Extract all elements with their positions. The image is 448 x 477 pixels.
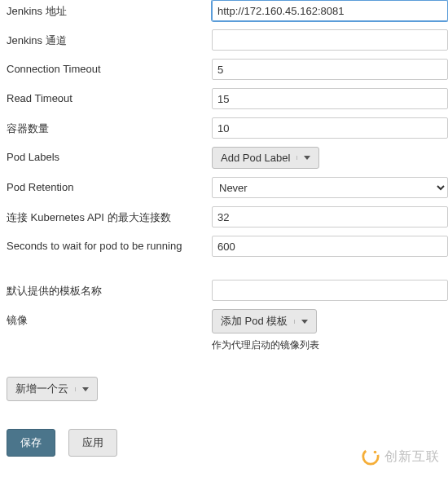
svg-point-1 bbox=[374, 451, 377, 454]
container-cap-input[interactable] bbox=[212, 117, 448, 139]
read-timeout-label: Read Timeout bbox=[0, 88, 212, 104]
watermark-text: 创新互联 bbox=[384, 448, 440, 466]
add-pod-label-button[interactable]: Add Pod Label bbox=[212, 147, 319, 169]
wait-seconds-label: Seconds to wait for pod to be running bbox=[0, 236, 212, 252]
add-pod-template-text: 添加 Pod 模板 bbox=[221, 314, 288, 329]
jenkins-tunnel-label: Jenkins 通道 bbox=[0, 29, 212, 48]
chevron-down-icon bbox=[75, 387, 89, 391]
container-cap-label: 容器数量 bbox=[0, 117, 212, 136]
save-button[interactable]: 保存 bbox=[7, 429, 55, 457]
jenkins-url-label: Jenkins 地址 bbox=[0, 0, 212, 19]
add-cloud-text: 新增一个云 bbox=[15, 382, 68, 396]
wait-seconds-input[interactable] bbox=[212, 236, 448, 257]
connection-timeout-input[interactable] bbox=[212, 59, 448, 80]
pod-labels-label: Pod Labels bbox=[0, 147, 212, 163]
read-timeout-input[interactable] bbox=[212, 88, 448, 109]
pod-retention-label: Pod Retention bbox=[0, 177, 212, 193]
add-pod-label-text: Add Pod Label bbox=[221, 152, 290, 164]
apply-button[interactable]: 应用 bbox=[68, 429, 117, 457]
watermark: 创新互联 bbox=[362, 448, 440, 466]
pod-retention-select[interactable]: Never bbox=[212, 177, 448, 198]
jenkins-tunnel-input[interactable] bbox=[212, 29, 448, 51]
add-cloud-button[interactable]: 新增一个云 bbox=[7, 377, 98, 401]
jenkins-url-input[interactable] bbox=[212, 0, 448, 21]
max-requests-label: 连接 Kubernetes API 的最大连接数 bbox=[0, 206, 212, 225]
chevron-down-icon bbox=[294, 320, 308, 324]
add-pod-template-button[interactable]: 添加 Pod 模板 bbox=[212, 309, 317, 333]
connection-timeout-label: Connection Timeout bbox=[0, 59, 212, 75]
default-template-input[interactable] bbox=[212, 280, 448, 301]
watermark-logo-icon bbox=[362, 448, 380, 466]
max-requests-input[interactable] bbox=[212, 206, 448, 227]
images-helper-text: 作为代理启动的镜像列表 bbox=[212, 338, 448, 352]
images-label: 镜像 bbox=[0, 309, 212, 328]
chevron-down-icon bbox=[296, 156, 310, 160]
default-template-label: 默认提供的模板名称 bbox=[0, 280, 212, 298]
